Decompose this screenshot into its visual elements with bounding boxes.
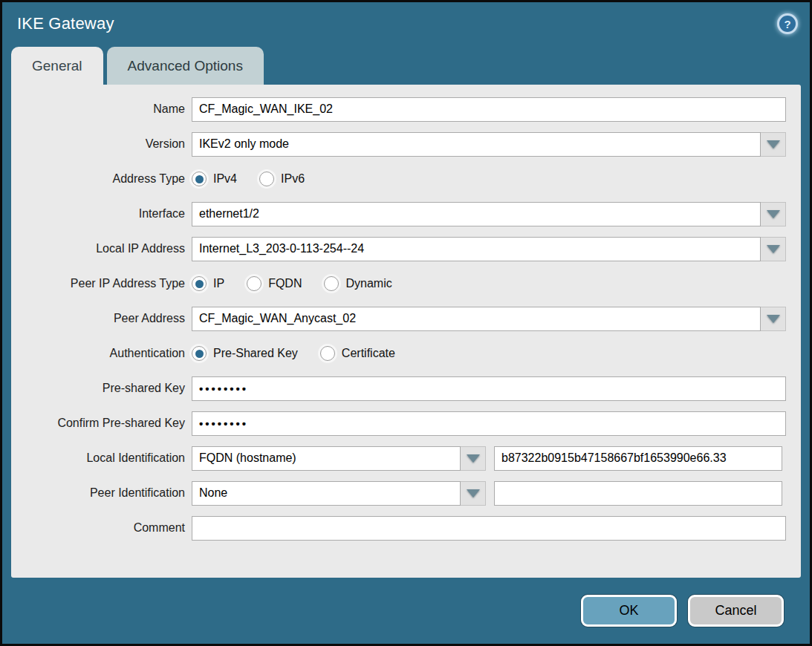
radio-option-certificate[interactable]: Certificate	[320, 346, 395, 361]
titlebar: IKE Gateway ?	[2, 2, 810, 45]
form-row-name: Name	[11, 97, 801, 122]
help-icon[interactable]: ?	[777, 13, 798, 34]
radio-fqdn-label: FQDN	[268, 277, 302, 290]
radio-option-pre-shared-key[interactable]: Pre-Shared Key	[192, 346, 298, 361]
tab-general-label: General	[32, 58, 82, 74]
peer-ip-address-type-radio-group: IP FQDN Dynamic	[192, 276, 415, 291]
peer-address-label: Peer Address	[11, 312, 192, 325]
peer-address-dropdown-button[interactable]	[761, 307, 786, 331]
chevron-down-icon	[767, 140, 780, 149]
radio-pre-shared-key-label: Pre-Shared Key	[213, 347, 298, 360]
local-identification-value-input[interactable]	[494, 446, 782, 471]
form-row-peer-address: Peer Address	[11, 306, 801, 331]
interface-select[interactable]	[192, 202, 761, 226]
chevron-down-icon	[467, 454, 480, 463]
confirm-pre-shared-key-input[interactable]	[192, 411, 786, 436]
dialog-footer: OK Cancel	[2, 578, 810, 644]
form-row-pre-shared-key: Pre-shared Key	[11, 376, 801, 401]
local-ip-address-select[interactable]	[192, 237, 761, 261]
name-input[interactable]	[192, 97, 786, 122]
radio-ip-label: IP	[213, 277, 224, 290]
tab-advanced-options-label: Advanced Options	[128, 58, 243, 74]
address-type-label: Address Type	[11, 172, 192, 186]
form-row-version: Version	[11, 131, 801, 157]
address-type-radio-group: IPv4 IPv6	[192, 172, 327, 186]
peer-identification-value-input[interactable]	[494, 481, 782, 506]
authentication-label: Authentication	[11, 347, 192, 360]
comment-input[interactable]	[192, 516, 786, 541]
radio-ipv6-label: IPv6	[281, 172, 305, 186]
tab-advanced-options[interactable]: Advanced Options	[107, 47, 264, 85]
version-label: Version	[11, 137, 192, 151]
form-row-interface: Interface	[11, 201, 801, 226]
chevron-down-icon	[767, 245, 780, 253]
form-row-peer-identification: Peer Identification	[11, 480, 801, 506]
tab-general[interactable]: General	[11, 47, 103, 85]
radio-ipv4-icon	[192, 172, 207, 186]
form-row-authentication: Authentication Pre-Shared Key Certificat…	[11, 341, 801, 366]
radio-dynamic-label: Dynamic	[345, 277, 392, 290]
radio-option-dynamic[interactable]: Dynamic	[324, 276, 392, 291]
chevron-down-icon	[467, 489, 480, 497]
peer-identification-dropdown-button[interactable]	[461, 481, 486, 506]
peer-address-select[interactable]	[192, 307, 761, 331]
form-row-confirm-pre-shared-key: Confirm Pre-shared Key	[11, 411, 801, 436]
version-select[interactable]	[192, 132, 761, 157]
confirm-pre-shared-key-label: Confirm Pre-shared Key	[11, 417, 192, 430]
radio-fqdn-icon	[247, 276, 262, 291]
version-dropdown-button[interactable]	[761, 132, 786, 157]
form-row-peer-ip-address-type: Peer IP Address Type IP FQDN Dynamic	[11, 271, 801, 296]
radio-certificate-icon	[320, 346, 335, 361]
form-row-address-type: Address Type IPv4 IPv6	[11, 166, 801, 192]
radio-option-ip[interactable]: IP	[192, 276, 224, 291]
comment-label: Comment	[11, 521, 192, 535]
radio-certificate-label: Certificate	[342, 347, 395, 360]
radio-option-ipv4[interactable]: IPv4	[192, 172, 237, 186]
local-identification-label: Local Identification	[11, 451, 192, 465]
name-label: Name	[11, 102, 192, 116]
authentication-radio-group: Pre-Shared Key Certificate	[192, 346, 418, 361]
tabstrip: General Advanced Options	[2, 45, 810, 85]
cancel-button[interactable]: Cancel	[688, 595, 784, 627]
peer-identification-label: Peer Identification	[11, 486, 192, 500]
radio-pre-shared-key-icon	[192, 346, 207, 361]
general-tab-panel: Name Version Address Type IPv4	[11, 85, 801, 578]
ok-button[interactable]: OK	[581, 595, 677, 627]
peer-identification-type-select[interactable]	[192, 481, 461, 506]
pre-shared-key-label: Pre-shared Key	[11, 382, 192, 395]
local-identification-type-select[interactable]	[192, 446, 461, 471]
local-ip-address-label: Local IP Address	[11, 242, 192, 255]
local-ip-address-dropdown-button[interactable]	[761, 237, 786, 261]
radio-option-fqdn[interactable]: FQDN	[247, 276, 302, 291]
form-row-local-ip-address: Local IP Address	[11, 236, 801, 261]
chevron-down-icon	[767, 210, 780, 218]
dialog-title: IKE Gateway	[17, 14, 114, 33]
ike-gateway-dialog: IKE Gateway ? General Advanced Options N…	[0, 0, 812, 646]
local-identification-dropdown-button[interactable]	[461, 446, 486, 471]
radio-ip-icon	[192, 276, 207, 291]
interface-label: Interface	[11, 207, 192, 221]
radio-ipv4-label: IPv4	[213, 172, 237, 186]
chevron-down-icon	[767, 315, 780, 323]
form-row-comment: Comment	[11, 515, 801, 541]
peer-ip-address-type-label: Peer IP Address Type	[11, 277, 192, 290]
radio-option-ipv6[interactable]: IPv6	[259, 172, 305, 186]
radio-ipv6-icon	[259, 172, 274, 186]
radio-dynamic-icon	[324, 276, 339, 291]
form-row-local-identification: Local Identification	[11, 446, 801, 471]
pre-shared-key-input[interactable]	[192, 376, 786, 401]
interface-dropdown-button[interactable]	[761, 202, 786, 226]
